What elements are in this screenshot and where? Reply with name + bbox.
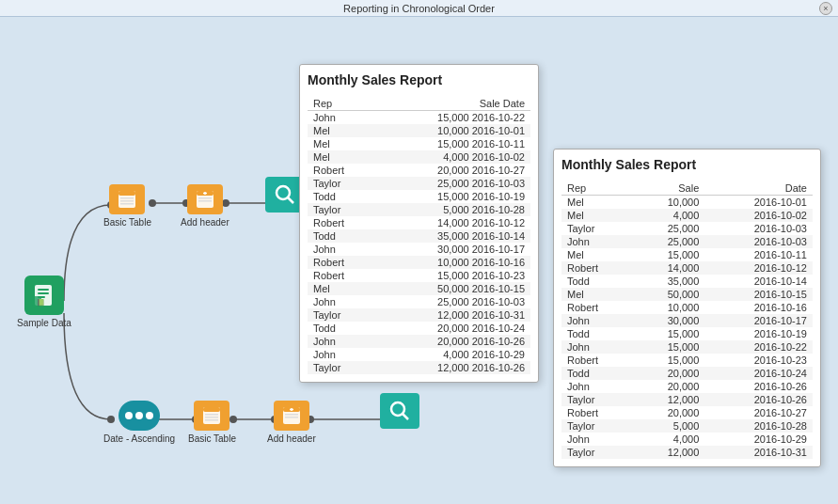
table-row: Todd20,000 2016-10-24 — [308, 322, 530, 335]
cell-sale: 10,000 — [633, 301, 705, 314]
cell-rep: Taylor — [561, 419, 633, 433]
cell-date: 2016-10-15 — [704, 288, 813, 301]
cell-sale-date: 20,000 2016-10-26 — [374, 335, 530, 348]
title-text: Reporting in Chronological Order — [343, 3, 495, 14]
cell-date: 2016-10-16 — [704, 301, 813, 314]
cell-sale: 30,000 — [633, 314, 705, 327]
cell-sale: 20,000 — [633, 380, 705, 393]
cell-rep: Robert — [308, 164, 374, 177]
cell-sale-date: 15,000 2016-10-11 — [374, 137, 530, 150]
cell-rep: John — [561, 380, 633, 393]
add-header-2-icon — [274, 401, 309, 431]
cell-rep: John — [308, 335, 374, 348]
cell-date: 2016-10-02 — [704, 209, 813, 222]
table-row: Taylor5,0002016-10-28 — [561, 419, 813, 433]
basic-table-2-label: Basic Table — [188, 433, 236, 444]
table-row: Todd15,0002016-10-19 — [561, 327, 813, 340]
canvas: 📗 Sample Data Basic Table — [0, 17, 838, 504]
popup-1-title: Monthly Sales Report — [308, 72, 530, 91]
table-row: John25,0002016-10-03 — [561, 235, 813, 248]
basic-table-1-node[interactable]: Basic Table — [103, 184, 151, 228]
cell-rep: Taylor — [308, 177, 374, 190]
date-ascending-node[interactable]: Date - Ascending — [103, 401, 175, 444]
add-header-1-label: Add header — [181, 217, 229, 228]
cell-date: 2016-10-28 — [704, 419, 813, 433]
svg-point-34 — [277, 186, 290, 199]
cell-sale-date: 50,000 2016-10-15 — [374, 282, 530, 295]
cell-sale: 15,000 — [633, 354, 705, 367]
add-header-1-node[interactable]: Add header — [181, 184, 229, 228]
table-row: Mel10,0002016-10-01 — [561, 196, 813, 210]
cell-date: 2016-10-03 — [704, 222, 813, 235]
close-button[interactable]: × — [819, 2, 832, 15]
svg-rect-27 — [120, 203, 134, 205]
cell-rep: John — [561, 340, 633, 354]
cell-rep: John — [308, 348, 374, 361]
cell-sale: 15,000 — [633, 327, 705, 340]
basic-table-2-node[interactable]: Basic Table — [188, 401, 236, 444]
svg-rect-38 — [205, 414, 218, 416]
svg-rect-39 — [205, 417, 218, 418]
svg-text:📗: 📗 — [37, 298, 45, 307]
popup-1-col-sale-date: Sale Date — [374, 97, 530, 111]
cell-date: 2016-10-31 — [704, 446, 813, 459]
cell-date: 2016-10-14 — [704, 275, 813, 288]
svg-rect-24 — [119, 191, 135, 196]
table-row: Taylor25,000 2016-10-03 — [308, 177, 530, 190]
svg-rect-26 — [120, 200, 134, 202]
table-row: Todd20,0002016-10-24 — [561, 367, 813, 380]
add-header-2-node[interactable]: Add header — [267, 401, 316, 444]
basic-table-1-label: Basic Table — [103, 217, 151, 228]
table-row: Robert10,000 2016-10-16 — [308, 256, 530, 269]
cell-rep: Mel — [308, 150, 374, 164]
table-row: Mel10,000 2016-10-01 — [308, 124, 530, 137]
svg-rect-18 — [38, 289, 49, 291]
table-row: Taylor25,0002016-10-03 — [561, 222, 813, 235]
table-row: Mel50,000 2016-10-15 — [308, 282, 530, 295]
cell-rep: Mel — [308, 124, 374, 137]
popup-2-col-sale: Sale — [633, 181, 705, 196]
cell-sale-date: 15,000 2016-10-22 — [374, 111, 530, 125]
cell-rep: Robert — [308, 256, 374, 269]
cell-sale-date: 12,000 2016-10-26 — [374, 361, 530, 374]
popup-2-col-date: Date — [704, 181, 813, 196]
svg-line-48 — [403, 414, 408, 419]
table-row: Robert10,0002016-10-16 — [561, 301, 813, 314]
svg-rect-30 — [198, 197, 212, 199]
cell-rep: Taylor — [308, 361, 374, 374]
table-row: Taylor12,000 2016-10-31 — [308, 308, 530, 322]
table-row: Robert14,0002016-10-12 — [561, 261, 813, 275]
search-2-icon — [380, 393, 419, 429]
cell-sale: 15,000 — [633, 248, 705, 261]
cell-date: 2016-10-24 — [704, 367, 813, 380]
cell-date: 2016-10-12 — [704, 261, 813, 275]
svg-rect-37 — [203, 407, 220, 412]
cell-rep: Todd — [308, 229, 374, 243]
popup-2-table: Rep Sale Date Mel10,0002016-10-01Mel4,00… — [561, 181, 813, 459]
cell-rep: Taylor — [561, 222, 633, 235]
table-row: John20,000 2016-10-26 — [308, 335, 530, 348]
table-row: John25,000 2016-10-03 — [308, 295, 530, 308]
cell-sale: 20,000 — [633, 406, 705, 419]
table-row: Robert15,000 2016-10-23 — [308, 269, 530, 282]
search-2-node[interactable] — [380, 393, 419, 429]
popup-1-table: Rep Sale Date John15,000 2016-10-22Mel10… — [308, 97, 530, 374]
cell-sale-date: 12,000 2016-10-31 — [374, 308, 530, 322]
table-row: Mel50,0002016-10-15 — [561, 288, 813, 301]
cell-sale: 25,000 — [633, 235, 705, 248]
svg-rect-40 — [205, 419, 218, 421]
table-row: Robert14,000 2016-10-12 — [308, 216, 530, 229]
cell-date: 2016-10-01 — [704, 196, 813, 210]
cell-sale: 4,000 — [633, 433, 705, 446]
cell-rep: Mel — [561, 209, 633, 222]
add-header-2-label: Add header — [267, 433, 316, 444]
cell-rep: Todd — [308, 322, 374, 335]
table-row: John15,0002016-10-22 — [561, 340, 813, 354]
table-row: Robert20,0002016-10-27 — [561, 406, 813, 419]
cell-date: 2016-10-26 — [704, 380, 813, 393]
table-row: Robert15,0002016-10-23 — [561, 354, 813, 367]
sample-data-node[interactable]: 📗 Sample Data — [17, 276, 71, 328]
cell-sale: 15,000 — [633, 340, 705, 354]
cell-rep: Taylor — [308, 308, 374, 322]
cell-rep: Robert — [308, 216, 374, 229]
